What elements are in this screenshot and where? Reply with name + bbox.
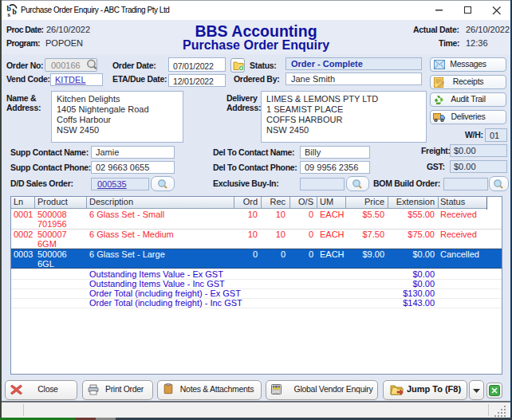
svg-text:b: b [13,8,17,16]
